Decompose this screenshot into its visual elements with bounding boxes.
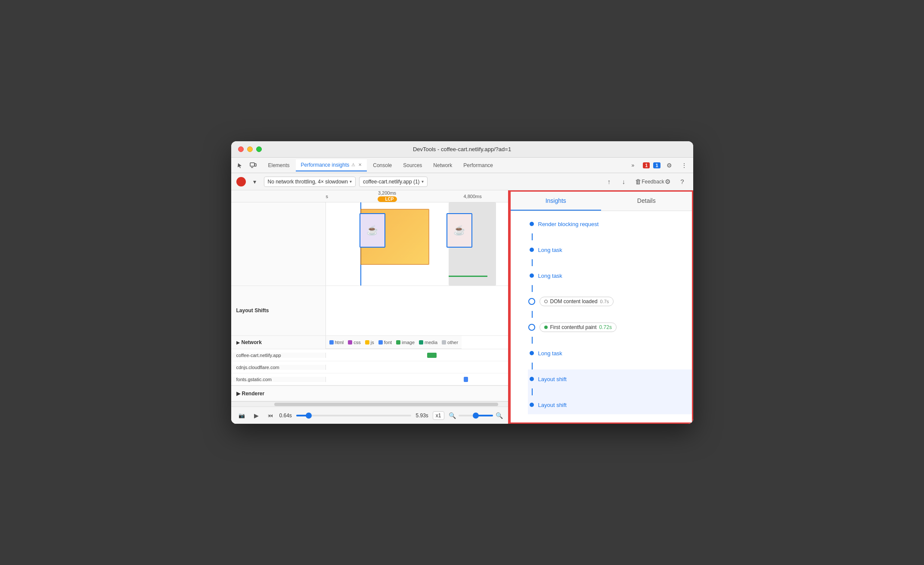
playback-slider[interactable] [296, 415, 412, 416]
dom-content-badge: DOM content loaded 0.7s [540, 297, 614, 306]
thumbnail-2[interactable]: ☕ [446, 213, 472, 248]
throttle-dropdown[interactable]: No network throttling, 4× slowdown ▾ [264, 177, 356, 187]
long-task-link-3[interactable]: Long task [538, 350, 562, 357]
insight-row-3[interactable]: DOM content loaded 0.7s [528, 292, 692, 311]
chevron-down-icon: ▾ [350, 179, 352, 184]
tab-details[interactable]: Details [601, 192, 692, 211]
vline-1 [528, 233, 692, 240]
lcp-track: ☕ ☕ [231, 202, 508, 286]
maximize-button[interactable] [256, 146, 262, 152]
more-options-icon[interactable]: ⋮ [679, 160, 690, 171]
close-button[interactable] [238, 146, 244, 152]
minimize-button[interactable] [247, 146, 253, 152]
expand-network-icon[interactable]: ▶ [236, 340, 240, 345]
vline-segment-1 [532, 233, 533, 240]
warning-icon: ⚠ [351, 162, 355, 167]
network-row-2[interactable]: fonts.gstatic.com [231, 373, 508, 385]
zoom-out-icon[interactable]: 🔍 [449, 412, 456, 419]
tab-elements[interactable]: Elements [263, 159, 295, 171]
scrollbar-thumb[interactable] [274, 403, 498, 406]
upload-icon[interactable]: ↑ [604, 176, 615, 187]
device-icon[interactable] [248, 160, 259, 171]
gear-icon[interactable]: ⚙ [662, 176, 673, 187]
layout-shift-link-1[interactable]: Layout shift [538, 376, 567, 382]
insight-row-4[interactable]: First contentful paint 0.72s [528, 318, 692, 337]
insight-row-6[interactable]: Layout shift [528, 369, 692, 388]
legend-js-dot [365, 340, 369, 345]
lcp-content: ☕ ☕ [326, 202, 508, 286]
insight-row-7[interactable]: Layout shift [528, 395, 692, 414]
record-button[interactable] [236, 177, 246, 186]
download-icon[interactable]: ↓ [618, 176, 629, 187]
render-blocking-link[interactable]: Render blocking request [538, 221, 599, 227]
insight-dot-6 [530, 377, 534, 381]
insight-dot-1 [530, 248, 534, 252]
tab-console[interactable]: Console [368, 159, 397, 171]
tab-performance-insights[interactable]: Performance insights ⚠ ✕ [296, 159, 367, 171]
thumbnail-1[interactable]: ☕ [360, 213, 385, 248]
zoom-in-icon[interactable]: 🔍 [496, 412, 503, 419]
legend-media: media [419, 340, 437, 345]
insight-row-2[interactable]: Long task [528, 266, 692, 285]
time-marker-3200: 3,200ms LCP [378, 190, 397, 202]
network-row-label-2: fonts.gstatic.com [231, 377, 326, 382]
zoom-slider[interactable] [459, 415, 493, 416]
title-bar: DevTools - coffee-cart.netlify.app/?ad=1 [231, 141, 693, 158]
screen-icon[interactable]: 📷 [236, 410, 248, 421]
play-button[interactable]: ▶ [252, 411, 261, 420]
network-row-1[interactable]: cdnjs.cloudflare.com [231, 361, 508, 373]
insight-row-1[interactable]: Long task [528, 240, 692, 259]
legend-other: other [442, 340, 458, 345]
insight-dot-7 [530, 403, 534, 407]
tab-bar-icons [235, 160, 259, 171]
tab-insights[interactable]: Insights [511, 192, 602, 211]
toolbar: ▾ No network throttling, 4× slowdown ▾ c… [231, 173, 693, 190]
site-dropdown[interactable]: coffee-cart.netlify.app (1) ▾ [359, 177, 428, 187]
cursor-icon[interactable] [235, 160, 246, 171]
layout-shifts-row: Layout Shifts [231, 286, 508, 336]
milestone-circle-dom [528, 298, 535, 305]
settings-icon[interactable]: ⚙ [664, 160, 675, 171]
vline-7 [528, 388, 692, 395]
legend-font: font [378, 340, 392, 345]
tab-close-icon[interactable]: ✕ [358, 162, 362, 167]
skip-start-button[interactable]: ⏮ [266, 411, 275, 420]
legend-css: css [348, 340, 361, 345]
error-badge[interactable]: 1 [643, 162, 650, 168]
tab-network[interactable]: Network [428, 159, 457, 171]
net-bar-2 [464, 377, 468, 382]
right-panel: Insights Details [508, 190, 693, 424]
network-row-content-2 [326, 373, 508, 385]
insight-row-5[interactable]: Long task [528, 344, 692, 363]
tab-sources[interactable]: Sources [398, 159, 427, 171]
timeline-scrollbar[interactable] [231, 401, 508, 407]
zoom-thumb[interactable] [473, 413, 479, 419]
milestone-circle-fcp [528, 324, 535, 331]
more-tabs-button[interactable]: » [626, 159, 640, 171]
time-marker-s: s [326, 194, 329, 199]
vline-segment-4 [532, 311, 533, 318]
network-row-0[interactable]: coffee-cart.netlify.app [231, 349, 508, 361]
dropdown-arrow-icon[interactable]: ▾ [249, 176, 260, 187]
help-icon[interactable]: ? [677, 176, 688, 187]
layout-shift-link-2[interactable]: Layout shift [538, 402, 567, 408]
chevron-down-icon-2: ▾ [422, 179, 424, 184]
expand-renderer-icon[interactable]: ▶ [236, 391, 240, 397]
network-row-content-1 [326, 361, 508, 373]
speed-control[interactable]: x1 [433, 411, 444, 420]
right-panel-inner: Insights Details [509, 190, 693, 424]
tab-performance[interactable]: Performance [458, 159, 498, 171]
net-bar-0 [427, 353, 437, 358]
long-task-link-2[interactable]: Long task [538, 273, 562, 279]
vline-2 [528, 259, 692, 266]
feedback-label[interactable]: Feedback [648, 176, 659, 187]
thumb-inner-1: ☕ [360, 214, 384, 247]
legend-font-dot [378, 340, 383, 345]
slider-thumb[interactable] [306, 413, 312, 419]
playback-bar: 📷 ▶ ⏮ 0.64s 5.93s x1 🔍 🔍 [231, 407, 508, 424]
insight-row-0[interactable]: Render blocking request [528, 214, 692, 233]
comment-badge[interactable]: 1 [653, 162, 660, 168]
network-legend: html css js font [326, 336, 462, 349]
network-header: ▶ Network html css [231, 336, 508, 349]
long-task-link-1[interactable]: Long task [538, 247, 562, 253]
